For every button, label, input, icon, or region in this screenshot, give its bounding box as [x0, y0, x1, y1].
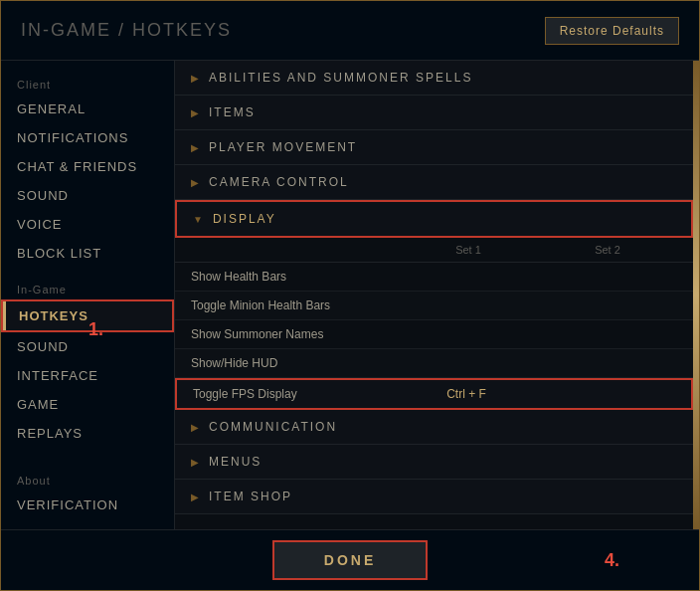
bottom-bar: DONE 4.: [1, 529, 699, 590]
chevron-right-icon: ▶: [191, 142, 201, 153]
main-layout: Client GENERAL NOTIFICATIONS CHAT & FRIE…: [1, 61, 699, 529]
chevron-right-icon: ▶: [191, 492, 201, 502]
sidebar-item-hotkeys[interactable]: HOTKEYS: [1, 299, 174, 332]
col-header-name: [191, 244, 399, 256]
sidebar-item-verification[interactable]: VERIFICATION: [1, 491, 174, 519]
row-fps-name: Toggle FPS Display: [193, 387, 397, 401]
header: IN-GAME / HOTKEYS Restore Defaults: [1, 1, 699, 61]
sidebar-item-game[interactable]: GAME: [1, 390, 174, 419]
sidebar-item-sound[interactable]: SOUND: [1, 181, 174, 210]
section-player-movement[interactable]: ▶ PLAYER MOVEMENT: [175, 130, 693, 165]
sidebar-item-voice[interactable]: VOICE: [1, 210, 174, 239]
table-header: Set 1 Set 2: [175, 238, 693, 263]
table-row-fps: Toggle FPS Display Ctrl + F: [175, 378, 693, 410]
row-summoner-names: Show Summoner Names: [191, 327, 399, 341]
row-show-health-bars: Show Health Bars: [191, 270, 399, 284]
section-display-label: DISPLAY: [213, 212, 276, 226]
sidebar-item-general[interactable]: GENERAL: [1, 95, 174, 123]
table-row: Show Summoner Names: [175, 320, 693, 349]
section-communication-label: COMMUNICATION: [209, 420, 337, 434]
section-camera-control[interactable]: ▶ CAMERA CONTROL: [175, 165, 693, 200]
section-camera-label: CAMERA CONTROL: [209, 175, 349, 189]
row-show-hide-hud: Show/Hide HUD: [191, 356, 399, 370]
table-row: Toggle Minion Health Bars: [175, 292, 693, 320]
section-display[interactable]: ▼ DISPLAY: [175, 200, 693, 238]
sidebar-item-chat-friends[interactable]: CHAT & FRIENDS: [1, 152, 174, 181]
sidebar: Client GENERAL NOTIFICATIONS CHAT & FRIE…: [1, 61, 175, 529]
row-minion-health: Toggle Minion Health Bars: [191, 298, 399, 312]
col-header-set2: Set 2: [538, 244, 677, 256]
section-menus[interactable]: ▶ MENUS: [175, 445, 693, 480]
table-row: Show/Hide HUD: [175, 349, 693, 378]
gold-scrollbar: [693, 61, 699, 529]
chevron-right-icon: ▶: [191, 107, 201, 118]
restore-defaults-button[interactable]: Restore Defaults: [545, 17, 679, 45]
chevron-right-icon: ▶: [191, 177, 201, 188]
content-area: ▶ ABILITIES AND SUMMONER SPELLS ▶ ITEMS …: [175, 61, 693, 529]
section-menus-label: MENUS: [209, 455, 262, 469]
app-container: IN-GAME / HOTKEYS Restore Defaults Clien…: [0, 0, 700, 591]
sidebar-item-block-list[interactable]: BLOCK LIST: [1, 239, 174, 268]
chevron-right-icon: ▶: [191, 422, 201, 433]
section-items-label: ITEMS: [209, 105, 256, 119]
sidebar-ingame-label: In-Game: [1, 276, 174, 299]
row-fps-set1[interactable]: Ctrl + F: [397, 387, 536, 401]
chevron-right-icon: ▶: [191, 457, 201, 468]
section-communication[interactable]: ▶ COMMUNICATION: [175, 410, 693, 445]
page-title: IN-GAME / HOTKEYS: [21, 20, 232, 41]
chevron-right-icon: ▶: [191, 73, 201, 84]
sidebar-item-notifications[interactable]: NOTIFICATIONS: [1, 123, 174, 152]
sidebar-item-replays[interactable]: REPLAYS: [1, 419, 174, 448]
section-abilities-label: ABILITIES AND SUMMONER SPELLS: [209, 71, 472, 85]
sidebar-item-interface[interactable]: INTERFACE: [1, 361, 174, 390]
sidebar-client-label: Client: [1, 71, 174, 95]
page-title-main: HOTKEYS: [132, 20, 232, 40]
chevron-down-icon: ▼: [193, 214, 205, 225]
col-header-set1: Set 1: [399, 244, 538, 256]
section-abilities[interactable]: ▶ ABILITIES AND SUMMONER SPELLS: [175, 61, 693, 96]
annotation-4: 4.: [605, 550, 619, 571]
done-button[interactable]: DONE: [272, 540, 428, 580]
sidebar-about-label: About: [1, 467, 174, 491]
table-row: Show Health Bars: [175, 263, 693, 292]
section-player-movement-label: PLAYER MOVEMENT: [209, 140, 357, 154]
section-items[interactable]: ▶ ITEMS: [175, 96, 693, 130]
breadcrumb: IN-GAME /: [21, 20, 132, 40]
section-item-shop[interactable]: ▶ ITEM SHOP: [175, 480, 693, 514]
section-item-shop-label: ITEM SHOP: [209, 490, 292, 503]
sidebar-item-sound-ig[interactable]: SOUND: [1, 332, 174, 361]
